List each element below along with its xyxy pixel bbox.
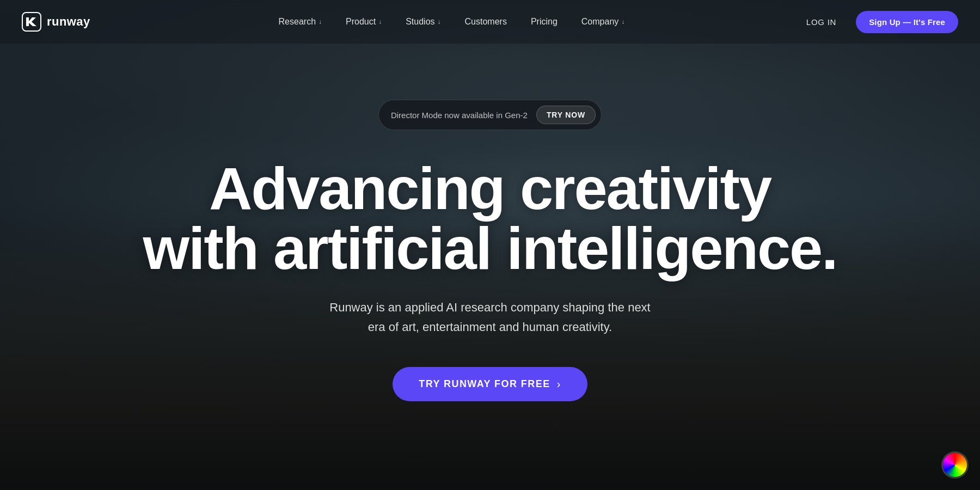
announcement-cta: TRY NOW — [536, 106, 596, 124]
research-dropdown-icon: ↓ — [318, 18, 322, 26]
nav-product[interactable]: Product ↓ — [334, 13, 394, 31]
hero-subtext: Runway is an applied AI research company… — [327, 298, 653, 336]
hero-cta-button[interactable]: TRY RUNWAY FOR FREE › — [393, 367, 587, 401]
signup-button[interactable]: Sign Up — It's Free — [856, 11, 958, 33]
nav-studios[interactable]: Studios ↓ — [394, 13, 452, 31]
nav-right: LOG IN Sign Up — It's Free — [800, 11, 958, 33]
navbar: runway Research ↓ Product ↓ Studios ↓ Cu… — [0, 0, 980, 44]
login-button[interactable]: LOG IN — [800, 13, 843, 31]
nav-customers[interactable]: Customers — [453, 13, 519, 31]
nav-links: Research ↓ Product ↓ Studios ↓ Customers… — [103, 13, 800, 31]
hero-content: Director Mode now available in Gen-2 TRY… — [0, 0, 980, 490]
announcement-banner[interactable]: Director Mode now available in Gen-2 TRY… — [378, 100, 602, 130]
logo-link[interactable]: runway — [22, 12, 103, 32]
nav-pricing[interactable]: Pricing — [519, 13, 569, 31]
hero-heading-line2: with artificial intelligence. — [143, 215, 837, 281]
nav-research[interactable]: Research ↓ — [267, 13, 334, 31]
hero-heading: Advancing creativity with artificial int… — [143, 158, 837, 278]
nav-company[interactable]: Company ↓ — [569, 13, 636, 31]
runway-logo-icon — [22, 12, 41, 32]
announcement-text: Director Mode now available in Gen-2 — [391, 111, 528, 120]
studios-dropdown-icon: ↓ — [438, 18, 441, 26]
logo-text: runway — [47, 15, 90, 29]
company-dropdown-icon: ↓ — [621, 18, 624, 26]
color-wheel-icon[interactable] — [943, 453, 967, 477]
product-dropdown-icon: ↓ — [378, 18, 382, 26]
hero-heading-line1: Advancing creativity — [209, 155, 771, 222]
cta-label: TRY RUNWAY FOR FREE — [419, 378, 550, 390]
cta-arrow-icon: › — [557, 378, 561, 390]
